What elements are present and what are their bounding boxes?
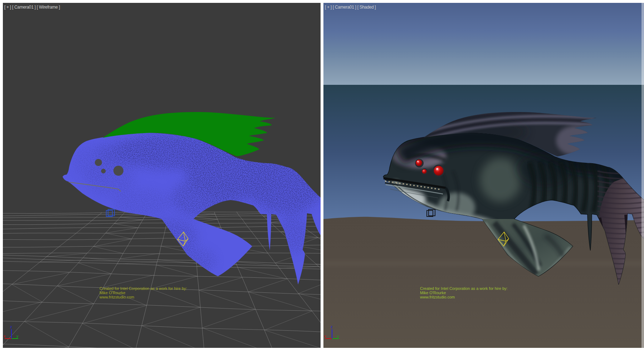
svg-text:www.fritzstudio.com: www.fritzstudio.com (420, 295, 455, 299)
svg-text:Mike O'Rourke: Mike O'Rourke (99, 291, 125, 295)
svg-text:y: y (16, 334, 19, 338)
svg-text:z: z (331, 325, 333, 329)
svg-text:x: x (324, 334, 326, 338)
svg-text:y: y (337, 334, 339, 338)
svg-text:Mike O'Rourke: Mike O'Rourke (420, 291, 446, 295)
svg-text:[ + ] [ Camera01 ] [ Shaded ]: [ + ] [ Camera01 ] [ Shaded ] (325, 5, 376, 10)
svg-text:[ + ] [ Camera01 ] [ Wireframe: [ + ] [ Camera01 ] [ Wireframe ] (4, 5, 60, 10)
svg-text:Created for Intel Corporation: Created for Intel Corporation as a work … (420, 286, 508, 291)
svg-text:Created for Intel Corporation: Created for Intel Corporation as a work … (99, 286, 187, 291)
svg-text:x: x (4, 334, 6, 338)
svg-text:z: z (10, 325, 12, 329)
svg-text:www.fritzstudio.com: www.fritzstudio.com (99, 295, 134, 299)
